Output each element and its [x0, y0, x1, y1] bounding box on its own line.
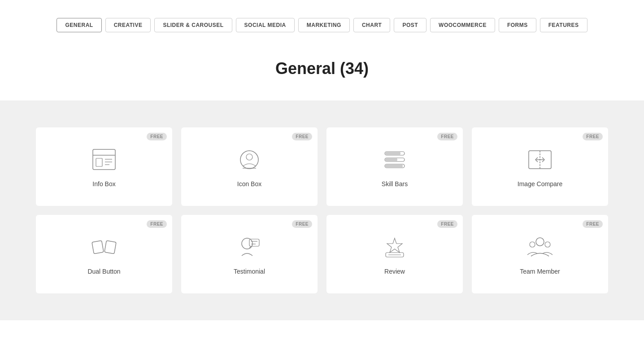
svg-point-20 [242, 238, 252, 249]
dual-button-icon [88, 234, 120, 261]
card-label: Info Box [92, 180, 115, 188]
svg-rect-14 [385, 164, 403, 168]
free-badge: FREE [437, 220, 457, 228]
card-image-compare[interactable]: FREE Image Compare [472, 127, 608, 206]
team-member-icon [524, 234, 556, 261]
filter-btn-forms[interactable]: FORMS [499, 18, 536, 32]
filter-btn-slider-carousel[interactable]: SLIDER & CAROUSEL [154, 18, 232, 32]
card-skill-bars[interactable]: FREE Skill Bars [326, 127, 463, 206]
image-compare-icon [524, 146, 556, 173]
card-label: Review [384, 268, 405, 275]
card-label: Image Compare [518, 180, 562, 188]
icon-box-icon [234, 146, 265, 173]
filter-btn-social-media[interactable]: SOCIAL MEDIA [236, 18, 295, 32]
filter-btn-woocommerce[interactable]: WOOCOMMERCE [430, 18, 495, 32]
svg-rect-19 [104, 240, 116, 253]
card-icon-box[interactable]: FREE Icon Box [181, 127, 318, 206]
filter-btn-features[interactable]: FEATURES [540, 18, 587, 32]
free-badge: FREE [147, 133, 167, 140]
section-title: General (34) [0, 59, 644, 78]
card-team-member[interactable]: FREE Team Member [472, 215, 608, 293]
testimonial-icon [234, 234, 265, 261]
card-label: Team Member [520, 268, 560, 275]
card-label: Dual Button [87, 268, 120, 275]
card-info-box[interactable]: FREE Info Box [36, 127, 172, 206]
free-badge: FREE [292, 133, 312, 140]
cards-area: FREE Info BoxFREE Icon BoxFREE [0, 100, 644, 320]
filter-btn-marketing[interactable]: MARKETING [298, 18, 350, 32]
card-testimonial[interactable]: FREE Testimonial [181, 215, 318, 293]
section-title-area: General (34) [0, 46, 644, 100]
filter-btn-general[interactable]: GENERAL [57, 18, 101, 32]
filter-btn-post[interactable]: POST [394, 18, 426, 32]
svg-point-26 [536, 238, 544, 246]
free-badge: FREE [292, 220, 312, 228]
svg-rect-13 [385, 158, 397, 161]
card-dual-button[interactable]: FREE Dual Button [36, 215, 172, 293]
card-label: Testimonial [234, 268, 265, 275]
filter-bar: GENERALCREATIVESLIDER & CAROUSELSOCIAL M… [0, 0, 644, 46]
filter-btn-chart[interactable]: CHART [353, 18, 391, 32]
filter-btn-creative[interactable]: CREATIVE [105, 18, 151, 32]
free-badge: FREE [583, 220, 603, 228]
cards-grid: FREE Info BoxFREE Icon BoxFREE [36, 127, 608, 293]
free-badge: FREE [147, 220, 167, 228]
info-box-icon [88, 146, 120, 173]
free-badge: FREE [437, 133, 457, 140]
svg-point-27 [530, 242, 535, 247]
svg-point-7 [246, 154, 252, 160]
review-icon [379, 234, 410, 261]
free-badge: FREE [583, 133, 603, 140]
svg-rect-18 [92, 240, 104, 253]
card-review[interactable]: FREE Review [326, 215, 463, 293]
svg-point-28 [545, 242, 550, 247]
svg-rect-12 [385, 152, 400, 155]
skill-bars-icon [379, 146, 410, 173]
svg-rect-2 [96, 158, 102, 166]
card-label: Icon Box [237, 180, 261, 188]
card-label: Skill Bars [382, 180, 408, 188]
